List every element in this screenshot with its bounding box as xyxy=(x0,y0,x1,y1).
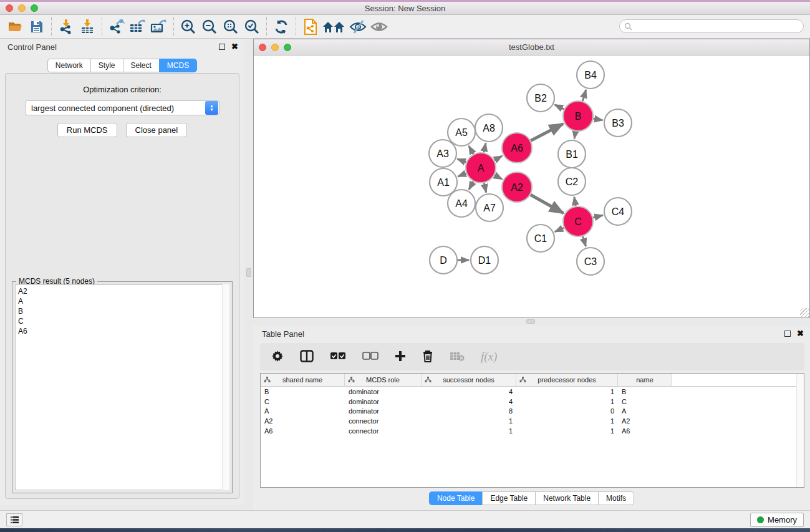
node-C1[interactable]: C1 xyxy=(527,225,554,252)
search-field[interactable] xyxy=(619,19,804,33)
network-window-titlebar[interactable]: testGlobe.txt xyxy=(254,39,809,56)
edge-A-A2[interactable] xyxy=(494,175,502,179)
edge-C-C2[interactable] xyxy=(574,197,576,206)
result-list-scrollbar[interactable] xyxy=(222,284,229,490)
edge-A6-B[interactable] xyxy=(531,123,563,140)
float-table-panel-icon[interactable] xyxy=(784,331,791,337)
edge-C-C1[interactable] xyxy=(555,228,564,231)
tab-style[interactable]: Style xyxy=(90,59,123,72)
search-input[interactable] xyxy=(635,22,803,31)
tab-network-table[interactable]: Network Table xyxy=(535,491,598,505)
node-A[interactable]: A xyxy=(466,153,496,183)
select-all-rows-icon[interactable] xyxy=(330,352,346,362)
node-B[interactable]: B xyxy=(563,101,593,131)
network-from-selection-icon[interactable] xyxy=(300,17,321,37)
cell-predecessor_nodes[interactable]: 1 xyxy=(516,417,618,425)
edge-B-B4[interactable] xyxy=(582,90,586,101)
result-item[interactable]: A6 xyxy=(18,326,229,336)
edge-C-C3[interactable] xyxy=(582,236,586,246)
table-row[interactable]: Adominator80A xyxy=(261,407,804,417)
delete-column-trash-icon[interactable] xyxy=(422,350,433,364)
show-panels-list-button[interactable] xyxy=(6,513,22,526)
node-A7[interactable]: A7 xyxy=(476,194,503,221)
export-table-icon[interactable] xyxy=(127,17,148,37)
node-A8[interactable]: A8 xyxy=(475,114,503,142)
memory-button[interactable]: Memory xyxy=(750,513,804,527)
cell-predecessor_nodes[interactable]: 0 xyxy=(516,407,618,415)
node-B1[interactable]: B1 xyxy=(558,140,586,168)
tab-mcds[interactable]: MCDS xyxy=(159,59,197,72)
table-row[interactable]: A2connector11A2 xyxy=(261,416,804,426)
cell-name[interactable]: A xyxy=(618,407,672,415)
cell-mcds_role[interactable]: connector xyxy=(345,427,422,435)
tab-edge-table[interactable]: Edge Table xyxy=(482,491,535,505)
first-neighbors-icon[interactable] xyxy=(321,17,347,37)
show-column-panel-icon[interactable] xyxy=(300,350,314,364)
splitter-grip[interactable] xyxy=(246,268,251,277)
cell-successor_nodes[interactable]: 1 xyxy=(422,427,516,435)
node-B2[interactable]: B2 xyxy=(527,84,554,112)
result-item[interactable]: C xyxy=(18,316,229,326)
cell-name[interactable]: C xyxy=(618,398,672,405)
export-network-icon[interactable] xyxy=(106,17,127,37)
tab-motifs[interactable]: Motifs xyxy=(598,491,634,505)
cell-predecessor_nodes[interactable]: 1 xyxy=(516,398,618,405)
cell-successor_nodes[interactable]: 8 xyxy=(422,407,516,415)
node-D1[interactable]: D1 xyxy=(471,246,498,274)
edge-C-C4[interactable] xyxy=(593,215,602,218)
node-A3[interactable]: A3 xyxy=(429,140,456,167)
node-C4[interactable]: C4 xyxy=(604,198,632,225)
column-header-shared-name[interactable]: shared name xyxy=(261,374,345,386)
node-C2[interactable]: C2 xyxy=(558,168,586,195)
tab-select[interactable]: Select xyxy=(123,59,159,72)
result-item[interactable]: A xyxy=(18,296,229,306)
node-B4[interactable]: B4 xyxy=(577,61,604,89)
cell-predecessor_nodes[interactable]: 1 xyxy=(516,388,618,395)
window-resize-grip[interactable] xyxy=(800,308,809,317)
import-network-icon[interactable] xyxy=(55,17,77,37)
edge-A-A8[interactable] xyxy=(484,143,486,152)
table-row[interactable]: Cdominator41C xyxy=(261,397,804,407)
close-panel-button[interactable]: Close panel xyxy=(126,123,188,137)
node-A2[interactable]: A2 xyxy=(502,172,532,202)
open-file-icon[interactable] xyxy=(5,17,26,37)
table-row[interactable]: A6connector11A6 xyxy=(261,426,804,436)
float-panel-icon[interactable] xyxy=(219,44,225,50)
table-scrollbar[interactable] xyxy=(796,374,804,487)
column-header-predecessor-nodes[interactable]: predecessor nodes xyxy=(516,374,618,386)
cell-successor_nodes[interactable]: 4 xyxy=(422,388,516,395)
column-header-MCDS-role[interactable]: MCDS role xyxy=(345,374,422,386)
result-item[interactable]: B xyxy=(18,306,229,316)
tab-network[interactable]: Network xyxy=(47,59,90,72)
deselect-all-rows-icon[interactable] xyxy=(362,352,378,362)
edge-A-A4[interactable] xyxy=(469,181,473,190)
zoom-selected-icon[interactable] xyxy=(241,17,263,37)
cell-shared_name[interactable]: C xyxy=(261,398,345,405)
close-panel-icon[interactable]: ✖ xyxy=(231,44,238,50)
node-C3[interactable]: C3 xyxy=(577,248,604,275)
close-table-panel-icon[interactable]: ✖ xyxy=(797,331,804,337)
edge-A-A5[interactable] xyxy=(469,146,473,154)
cell-mcds_role[interactable]: dominator xyxy=(345,398,422,405)
edge-A-A1[interactable] xyxy=(458,173,466,177)
zoom-fit-icon[interactable] xyxy=(220,17,241,37)
edge-A-A6[interactable] xyxy=(494,156,502,160)
edge-B-B2[interactable] xyxy=(555,105,564,109)
save-session-icon[interactable] xyxy=(26,17,47,37)
cell-mcds_role[interactable]: dominator xyxy=(345,388,422,395)
table-row[interactable]: Bdominator41B xyxy=(261,387,804,397)
cell-name[interactable]: B xyxy=(618,388,672,395)
edge-A2-C[interactable] xyxy=(531,195,564,213)
show-all-eye-icon[interactable] xyxy=(369,17,390,37)
optimization-criterion-dropdown[interactable]: largest connected component (directed) ▲… xyxy=(25,100,219,115)
cell-shared_name[interactable]: A2 xyxy=(261,417,345,425)
cell-mcds_role[interactable]: connector xyxy=(345,417,422,425)
edge-A-A7[interactable] xyxy=(484,183,486,192)
node-A5[interactable]: A5 xyxy=(448,118,475,146)
splitter-grip-horizontal[interactable] xyxy=(526,319,535,324)
tab-node-table[interactable]: Node Table xyxy=(429,491,483,505)
node-B3[interactable]: B3 xyxy=(604,109,632,137)
mcds-result-list[interactable]: A2ABCA6 xyxy=(15,284,229,490)
node-C[interactable]: C xyxy=(563,206,593,236)
column-header-name[interactable]: name xyxy=(618,374,672,386)
